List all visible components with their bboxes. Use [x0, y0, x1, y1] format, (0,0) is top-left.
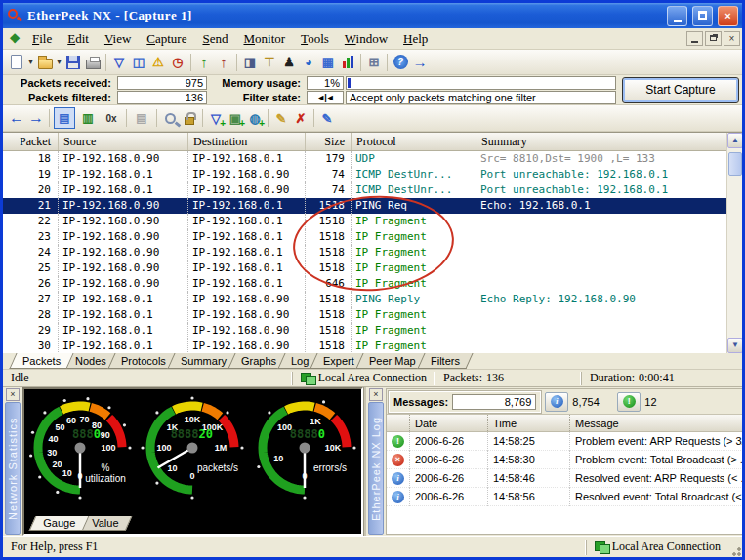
log-column-time[interactable]: Time — [488, 415, 570, 431]
scroll-up-icon[interactable]: ▲ — [727, 133, 742, 148]
packet-row-20[interactable]: 20IP-192.168.0.1IP-192.168.0.9074ICMP De… — [3, 182, 726, 198]
lock-scroll-icon[interactable] — [180, 108, 199, 128]
history-table-icon[interactable]: ▦ — [318, 53, 338, 72]
packet-row-25[interactable]: 25IP-192.168.0.90IP-192.168.0.11518IP Fr… — [3, 260, 726, 276]
menu-edit[interactable]: Edit — [60, 29, 97, 49]
delete-note-icon[interactable]: ✗ — [291, 108, 310, 128]
log-row[interactable]: !2006-6-2614:58:25Problem event: ARP Req… — [387, 432, 745, 451]
packet-row-24[interactable]: 24IP-192.168.0.90IP-192.168.0.11518IP Fr… — [3, 245, 726, 260]
packet-row-23[interactable]: 23IP-192.168.0.90IP-192.168.0.11518IP Fr… — [3, 229, 726, 245]
back-icon[interactable]: ← — [7, 108, 26, 128]
menu-capture[interactable]: Capture — [139, 29, 194, 49]
new-capture-dropdown-icon[interactable]: ▼ — [26, 59, 35, 65]
menu-file[interactable]: File — [24, 29, 60, 49]
close-button[interactable]: × — [718, 6, 738, 26]
tab-packets[interactable]: Packets — [9, 353, 73, 369]
log-column-message[interactable]: Message — [570, 415, 745, 431]
packet-row-30[interactable]: 30IP-192.168.0.1IP-192.168.0.901518IP Fr… — [3, 339, 726, 353]
log-table-header[interactable]: Date Time Message — [387, 415, 745, 432]
packet-table-header[interactable]: Packet Source Destination Size Protocol … — [3, 133, 742, 151]
packet-row-27[interactable]: 27IP-192.168.0.1IP-192.168.0.901518PING … — [3, 292, 726, 307]
alarms-icon[interactable]: ⚠ — [148, 53, 168, 72]
packet-table-scrollbar[interactable]: ▲ ▼ — [726, 133, 742, 353]
menu-help[interactable]: Help — [395, 29, 435, 49]
etherpeek-window: EtherPeek NX - [Capture 1] × ❖ FileEditV… — [0, 0, 745, 560]
print-icon[interactable] — [83, 53, 103, 72]
packet-row-29[interactable]: 29IP-192.168.0.1IP-192.168.0.901518IP Fr… — [3, 323, 726, 339]
svg-text:70: 70 — [80, 415, 90, 424]
tab-gauge[interactable]: Gauge — [29, 516, 90, 531]
decode-view-icon[interactable]: ▥ — [77, 107, 99, 129]
new-capture-icon[interactable] — [7, 53, 26, 72]
mdi-restore-button[interactable] — [705, 31, 722, 46]
menu-send[interactable]: Send — [194, 29, 235, 49]
clock-icon[interactable]: ◷ — [168, 53, 187, 72]
resize-grip[interactable] — [728, 543, 742, 557]
column-header-source[interactable]: Source — [59, 133, 188, 150]
summary-pie-icon[interactable]: ◕ — [299, 53, 318, 72]
packet-row-28[interactable]: 28IP-192.168.0.1IP-192.168.0.901518IP Fr… — [3, 307, 726, 323]
decode-tool-icon[interactable]: ⊤ — [260, 53, 279, 72]
filter-state-label: Filter state: — [209, 91, 305, 104]
column-header-protocol[interactable]: Protocol — [352, 133, 476, 150]
packets-received-label: Packets received: — [6, 76, 115, 90]
scroll-down-icon[interactable]: ▼ — [727, 338, 742, 353]
packet-row-21[interactable]: 21IP-192.168.0.90IP-192.168.0.11518PING … — [3, 198, 726, 214]
open-file-dropdown-icon[interactable]: ▼ — [55, 59, 63, 65]
log-row[interactable]: ×2006-6-2614:58:30Problem event: Total B… — [387, 451, 745, 469]
edit-note-icon[interactable]: ✎ — [317, 108, 337, 128]
resolve-names-icon[interactable]: ◍+ — [245, 108, 265, 128]
insert-filter-icon[interactable]: ▽+ — [206, 108, 226, 128]
filter-state-value: Accept only packets matching one filter — [346, 91, 616, 104]
menu-monitor[interactable]: Monitor — [235, 29, 293, 49]
maximize-button[interactable] — [692, 6, 713, 26]
protocol-statistics-icon[interactable]: ↑ — [214, 53, 233, 72]
log-row[interactable]: i2006-6-2614:58:56Resolved event: Total … — [387, 488, 745, 506]
packet-list-view-icon[interactable]: ▤ — [54, 107, 75, 129]
options-icon[interactable]: ⊞ — [364, 53, 384, 72]
mdi-minimize-button[interactable] — [686, 31, 703, 46]
start-capture-button[interactable]: Start Capture — [622, 77, 739, 103]
filters-icon[interactable]: ▽ — [109, 53, 129, 72]
filter-wizard-icon[interactable]: ◨ — [240, 53, 260, 72]
zoom-icon[interactable] — [160, 108, 180, 128]
channel-chart-icon[interactable] — [338, 53, 357, 72]
info-filter-button[interactable]: i — [545, 392, 568, 412]
forward-icon[interactable]: → — [26, 108, 46, 128]
tab-filters[interactable]: Filters — [417, 353, 473, 369]
column-header-summary[interactable]: Summary — [476, 133, 726, 150]
svg-text:60: 60 — [66, 416, 76, 425]
packet-row-19[interactable]: 19IP-192.168.0.1IP-192.168.0.9074ICMP De… — [3, 167, 726, 182]
insert-name-icon[interactable]: ▣+ — [226, 108, 245, 128]
log-panel-close-icon[interactable]: × — [369, 388, 383, 401]
node-statistics-icon[interactable]: ↑ — [194, 53, 214, 72]
menu-bar-items: FileEditViewCaptureSendMonitorToolsWindo… — [24, 29, 684, 49]
log-row[interactable]: i2006-6-2614:58:46Resolved event: ARP Re… — [387, 469, 745, 488]
packet-row-18[interactable]: 18IP-192.168.0.90IP-192.168.0.1179UDPSrc… — [3, 151, 726, 167]
column-header-size[interactable]: Size — [306, 133, 352, 150]
hex-view-icon[interactable]: 0x — [101, 107, 122, 129]
menu-tools[interactable]: Tools — [293, 29, 337, 49]
context-help-arrow-icon[interactable]: → — [410, 53, 430, 72]
menu-window[interactable]: Window — [337, 29, 395, 49]
network-statistics-close-icon[interactable]: × — [6, 388, 20, 401]
peer-node-icon[interactable]: ♟ — [279, 53, 299, 72]
scroll-thumb[interactable] — [728, 152, 742, 176]
packet-row-22[interactable]: 22IP-192.168.0.90IP-192.168.0.11518IP Fr… — [3, 214, 726, 229]
problem-filter-button[interactable]: ! — [617, 392, 641, 412]
title-bar[interactable]: EtherPeek NX - [Capture 1] × — [3, 3, 742, 28]
open-file-icon[interactable] — [35, 53, 55, 72]
gauge-packets-per-second: 0101001K10K100K1M888820packets/s — [137, 389, 249, 510]
column-header-packet[interactable]: Packet — [3, 133, 59, 150]
log-column-date[interactable]: Date — [410, 415, 488, 431]
packet-row-26[interactable]: 26IP-192.168.0.90IP-192.168.0.1646IP Fra… — [3, 276, 726, 292]
minimize-button[interactable] — [667, 6, 687, 26]
compare-view-icon[interactable]: ▤ — [131, 107, 152, 129]
help-icon[interactable]: ? — [391, 53, 410, 72]
mdi-close-button[interactable]: × — [724, 31, 740, 46]
add-note-icon[interactable]: ✎ — [271, 108, 291, 128]
column-header-destination[interactable]: Destination — [188, 133, 306, 150]
log-window-icon[interactable]: ◫ — [129, 53, 148, 72]
menu-view[interactable]: View — [97, 29, 139, 49]
save-icon[interactable] — [63, 53, 83, 72]
